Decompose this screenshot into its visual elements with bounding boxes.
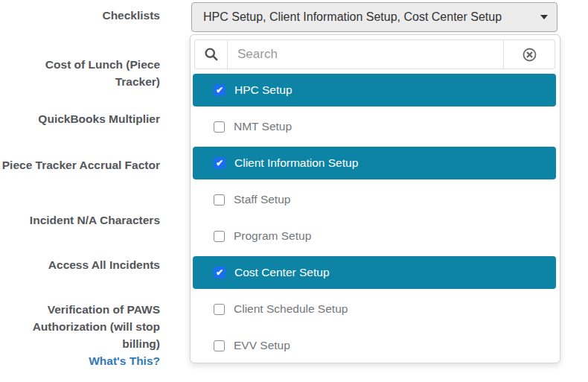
option-label: Staff Setup [234,193,290,206]
search-icon [195,40,228,69]
dropdown-options-list: ✔HPC SetupNMT Setup✔Client Information S… [191,74,560,362]
option-label: HPC Setup [234,83,293,97]
option-label: NMT Setup [234,120,292,133]
field-label: Checklists [0,7,160,24]
option-label: Client Information Setup [234,156,358,170]
clear-search-button[interactable] [503,40,555,69]
unchecked-checkbox[interactable] [214,304,225,315]
field-label: Cost of Lunch (Piece Tracker) [0,56,160,90]
checked-checkbox[interactable]: ✔ [214,267,226,278]
checklists-dropdown-panel: ✔HPC SetupNMT Setup✔Client Information S… [190,34,560,363]
settings-form-screen: ChecklistsCost of Lunch (Piece Tracker)Q… [0,0,588,382]
dropdown-selected-values: HPC Setup, Client Information Setup, Cos… [203,10,502,24]
search-input[interactable] [228,40,503,69]
field-label: Verification of PAWS Authorization (will… [0,301,160,369]
field-label-text: Incident N/A Characters [30,214,160,226]
option-label: Program Setup [234,229,311,243]
field-label: Access All Incidents [0,256,160,273]
field-label: Incident N/A Characters [0,211,160,229]
whats-this-link[interactable]: What's This? [0,352,160,369]
dropdown-search-bar [194,39,555,69]
option-label: Client Schedule Setup [234,302,348,316]
field-label-text: Checklists [102,9,160,22]
field-label-text: QuickBooks Multiplier [38,112,160,125]
checklists-dropdown-button[interactable]: HPC Setup, Client Information Setup, Cos… [191,2,557,32]
option-cost-center-setup[interactable]: ✔Cost Center Setup [193,256,556,289]
option-nmt-setup[interactable]: NMT Setup [193,110,556,143]
option-hpc-setup[interactable]: ✔HPC Setup [193,74,556,106]
option-evv-setup[interactable]: EVV Setup [193,329,556,362]
unchecked-checkbox[interactable] [214,194,225,206]
field-label: Piece Tracker Accrual Factor [0,156,160,174]
option-program-setup[interactable]: Program Setup [193,220,556,252]
unchecked-checkbox[interactable] [214,121,225,133]
caret-down-icon [540,15,548,19]
option-label: EVV Setup [234,339,290,352]
checked-checkbox[interactable]: ✔ [214,84,226,96]
field-label-text: Cost of Lunch (Piece Tracker) [45,58,160,88]
option-staff-setup[interactable]: Staff Setup [193,183,556,216]
field-label: QuickBooks Multiplier [0,110,160,127]
field-label-text: Access All Incidents [48,258,160,271]
option-client-information-setup[interactable]: ✔Client Information Setup [193,147,556,179]
checked-checkbox[interactable]: ✔ [214,157,226,169]
option-client-schedule-setup[interactable]: Client Schedule Setup [193,293,556,325]
option-label: Cost Center Setup [234,266,330,279]
unchecked-checkbox[interactable] [214,231,225,242]
unchecked-checkbox[interactable] [214,340,225,351]
field-label-text: Verification of PAWS Authorization (will… [33,303,160,350]
field-label-text: Piece Tracker Accrual Factor [2,159,160,171]
